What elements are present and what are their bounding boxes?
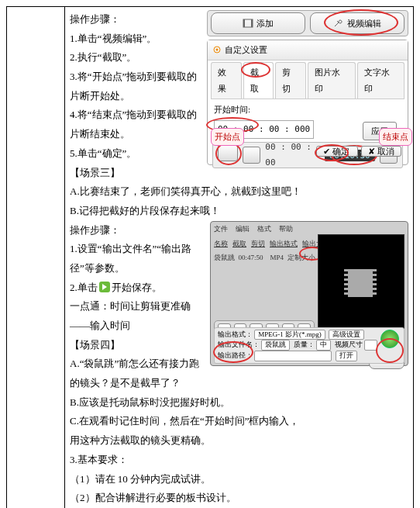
tab-clip[interactable]: 截取 bbox=[243, 62, 274, 98]
menu-edit[interactable]: 编辑 bbox=[236, 223, 250, 236]
svg-point-4 bbox=[216, 49, 219, 51]
svg-rect-2 bbox=[251, 19, 253, 27]
scene4-b: B.应该是托动鼠标时没把握好时机。 bbox=[70, 393, 408, 413]
top-button-row: 添加 视频编辑 bbox=[207, 10, 408, 36]
param-path-input[interactable] bbox=[254, 351, 332, 361]
gear-icon bbox=[212, 45, 222, 54]
menu-format[interactable]: 格式 bbox=[257, 223, 271, 236]
figure-export-app: 文件 编辑 格式 帮助 名称 截取 剪切 输出格式 输出大小 袋鼠跳 00:47… bbox=[210, 221, 408, 366]
param-q-label: 质量： bbox=[294, 340, 315, 348]
tab-effect[interactable]: 效果 bbox=[211, 62, 242, 98]
p2a: 2.单击 bbox=[70, 282, 98, 293]
dialog-title: 自定义设置 bbox=[208, 40, 408, 60]
highlight-ellipse-go bbox=[376, 338, 404, 363]
param-size-select[interactable] bbox=[364, 340, 377, 351]
start-time-row: 开始时间: bbox=[208, 99, 408, 118]
tab-cut[interactable]: 剪切 bbox=[275, 62, 306, 98]
req-heading: 3.基本要求： bbox=[70, 451, 408, 470]
dialog-buttons: ✔ 确定 ✘ 取消 bbox=[313, 142, 401, 161]
small-time: 00 : 00 : 00 bbox=[265, 140, 319, 172]
film-icon bbox=[348, 269, 373, 297]
start-time-label: 开始时间: bbox=[214, 105, 250, 114]
col-cut: 剪切 bbox=[251, 237, 265, 251]
doc-table: 添加 视频编辑 自定义设置 效果 截取 剪切 图片水印 文字水印 bbox=[6, 6, 414, 508]
highlight-ellipse-path bbox=[213, 341, 253, 363]
play-icon bbox=[99, 282, 110, 292]
tab-text-wm[interactable]: 文字水印 bbox=[357, 62, 405, 98]
menu-file[interactable]: 文件 bbox=[214, 223, 228, 236]
svg-rect-1 bbox=[243, 19, 245, 27]
p2b: 开始保存。 bbox=[112, 282, 162, 293]
scene4-c: C.在观看时记住时间，然后在“开始时间”框内输入， bbox=[70, 412, 408, 431]
tab-bar: 效果 截取 剪切 图片水印 文字水印 bbox=[208, 60, 408, 98]
custom-settings-dialog: 自定义设置 效果 截取 剪切 图片水印 文字水印 开始时间: 00 : 00 :… bbox=[207, 40, 408, 165]
param-name-input[interactable]: 袋鼠跳 bbox=[261, 340, 290, 351]
preview-pane bbox=[318, 234, 405, 329]
param-fmt-label: 输出格式： bbox=[218, 330, 253, 338]
req-2: （2）配合讲解进行必要的板书设计。 bbox=[70, 489, 408, 508]
cell-fmt: MP4 bbox=[270, 254, 284, 261]
scene4-c2: 用这种方法截取的镜头更精确。 bbox=[70, 431, 408, 451]
dialog-title-text: 自定义设置 bbox=[225, 42, 267, 58]
param-size-label: 视频尺寸 bbox=[335, 340, 363, 348]
col-fmt: 输出格式 bbox=[270, 237, 298, 251]
ok-button[interactable]: ✔ 确定 bbox=[316, 146, 359, 157]
scene3-b: B.记得把截好的片段保存起来哦！ bbox=[70, 202, 408, 221]
col-clip: 截取 bbox=[232, 237, 246, 251]
param-open-btn[interactable]: 打开 bbox=[336, 351, 357, 361]
param-set-btn[interactable]: 高级设置 bbox=[329, 330, 364, 340]
figure-video-edit: 添加 视频编辑 自定义设置 效果 截取 剪切 图片水印 文字水印 bbox=[207, 10, 408, 165]
param-q-select[interactable]: 中 bbox=[316, 340, 331, 351]
params-panel: 输出格式： MPEG-1 影片(*.mpg) 高级设置 输出文件名： 袋鼠跳 质… bbox=[214, 327, 405, 364]
film-add-icon bbox=[243, 19, 253, 28]
highlight-ellipse-tab bbox=[241, 62, 270, 78]
highlight-ellipse-videoedit bbox=[324, 9, 398, 36]
scene3-a: A.比赛结束了，老师们笑得真开心，就截到这里吧！ bbox=[70, 182, 408, 202]
tab-img-wm[interactable]: 图片水印 bbox=[308, 62, 355, 98]
row1-label bbox=[7, 7, 65, 509]
row1-content: 添加 视频编辑 自定义设置 效果 截取 剪切 图片水印 文字水印 bbox=[65, 7, 414, 509]
add-button[interactable]: 添加 bbox=[211, 12, 305, 34]
col-name: 名称 bbox=[214, 237, 228, 251]
cell-name: 袋鼠跳 bbox=[214, 254, 235, 261]
pause-button[interactable] bbox=[243, 147, 260, 164]
add-button-label: 添加 bbox=[256, 16, 274, 32]
cancel-button[interactable]: ✘ 取消 bbox=[361, 146, 401, 157]
annot-start: 开始点 bbox=[211, 128, 244, 146]
menu-help[interactable]: 帮助 bbox=[279, 223, 293, 236]
cell-time: 00:47:50 bbox=[239, 254, 263, 261]
req-1: （1）请在 10 分钟内完成试讲。 bbox=[70, 470, 408, 489]
highlight-ellipse-ok bbox=[315, 144, 349, 161]
param-fmt-select[interactable]: MPEG-1 影片(*.mpg) bbox=[254, 330, 325, 340]
